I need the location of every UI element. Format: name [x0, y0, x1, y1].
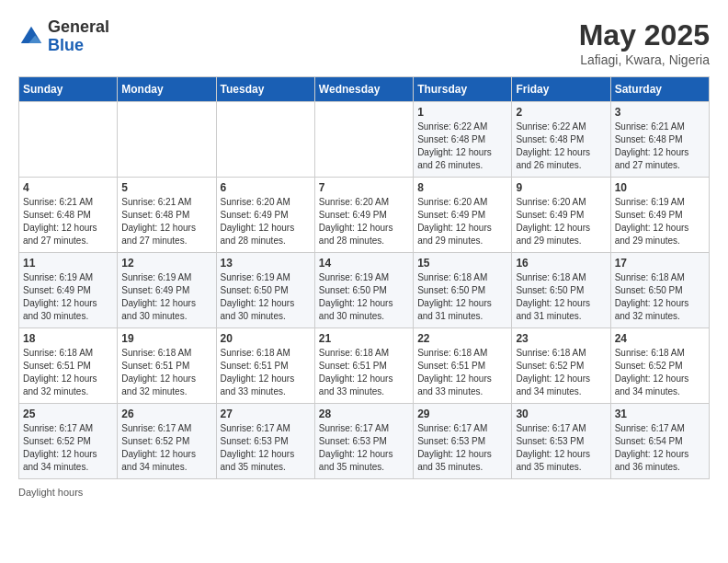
day-info: Sunrise: 6:21 AM Sunset: 6:48 PM Dayligh… [615, 121, 705, 172]
day-number: 3 [615, 106, 705, 119]
calendar-cell: 31Sunrise: 6:17 AM Sunset: 6:54 PM Dayli… [610, 404, 709, 479]
calendar-cell: 10Sunrise: 6:19 AM Sunset: 6:49 PM Dayli… [610, 178, 709, 253]
calendar-cell: 28Sunrise: 6:17 AM Sunset: 6:53 PM Dayli… [314, 404, 413, 479]
calendar-cell: 16Sunrise: 6:18 AM Sunset: 6:50 PM Dayli… [512, 253, 610, 328]
day-info: Sunrise: 6:18 AM Sunset: 6:51 PM Dayligh… [319, 347, 409, 398]
column-header-thursday: Thursday [414, 77, 512, 102]
day-info: Sunrise: 6:19 AM Sunset: 6:50 PM Dayligh… [221, 271, 311, 323]
day-info: Sunrise: 6:18 AM Sunset: 6:50 PM Dayligh… [417, 271, 507, 323]
column-header-sunday: Sunday [19, 77, 118, 102]
day-info: Sunrise: 6:18 AM Sunset: 6:51 PM Dayligh… [221, 347, 311, 398]
day-number: 6 [221, 181, 311, 194]
day-info: Sunrise: 6:18 AM Sunset: 6:50 PM Dayligh… [615, 271, 705, 323]
day-info: Sunrise: 6:20 AM Sunset: 6:49 PM Dayligh… [516, 196, 606, 247]
day-number: 16 [516, 257, 606, 270]
calendar-cell: 14Sunrise: 6:19 AM Sunset: 6:50 PM Dayli… [314, 253, 413, 328]
day-number: 10 [615, 181, 705, 194]
day-number: 20 [221, 332, 311, 345]
day-info: Sunrise: 6:21 AM Sunset: 6:48 PM Dayligh… [23, 196, 113, 247]
day-info: Sunrise: 6:18 AM Sunset: 6:50 PM Dayligh… [516, 271, 606, 323]
day-info: Sunrise: 6:17 AM Sunset: 6:54 PM Dayligh… [615, 422, 705, 474]
calendar-cell: 3Sunrise: 6:21 AM Sunset: 6:48 PM Daylig… [610, 102, 709, 178]
daylight-label: Daylight hours [18, 487, 83, 498]
logo-text: General Blue [48, 18, 109, 55]
day-info: Sunrise: 6:19 AM Sunset: 6:49 PM Dayligh… [23, 271, 113, 323]
day-number: 2 [516, 106, 606, 119]
day-number: 24 [615, 332, 705, 345]
logo-blue: Blue [48, 37, 109, 55]
day-info: Sunrise: 6:17 AM Sunset: 6:53 PM Dayligh… [221, 422, 311, 474]
day-number: 8 [417, 181, 507, 194]
column-header-friday: Friday [512, 77, 610, 102]
day-info: Sunrise: 6:20 AM Sunset: 6:49 PM Dayligh… [417, 196, 507, 247]
day-number: 7 [319, 181, 409, 194]
column-header-saturday: Saturday [610, 77, 709, 102]
title-block: May 2025 Lafiagi, Kwara, Nigeria [579, 18, 710, 67]
calendar-cell: 24Sunrise: 6:18 AM Sunset: 6:52 PM Dayli… [610, 328, 709, 404]
calendar-cell [19, 102, 118, 178]
calendar-cell: 29Sunrise: 6:17 AM Sunset: 6:53 PM Dayli… [414, 404, 512, 479]
day-info: Sunrise: 6:17 AM Sunset: 6:52 PM Dayligh… [121, 422, 211, 474]
column-header-tuesday: Tuesday [216, 77, 314, 102]
calendar-cell: 25Sunrise: 6:17 AM Sunset: 6:52 PM Dayli… [19, 404, 118, 479]
day-number: 27 [221, 408, 311, 420]
day-info: Sunrise: 6:17 AM Sunset: 6:53 PM Dayligh… [516, 422, 606, 474]
calendar-cell [216, 102, 314, 178]
calendar-cell: 22Sunrise: 6:18 AM Sunset: 6:51 PM Dayli… [414, 328, 512, 404]
day-number: 29 [417, 408, 507, 420]
day-number: 11 [23, 257, 113, 270]
calendar-cell: 21Sunrise: 6:18 AM Sunset: 6:51 PM Dayli… [314, 328, 413, 404]
column-header-monday: Monday [118, 77, 216, 102]
calendar-cell: 1Sunrise: 6:22 AM Sunset: 6:48 PM Daylig… [414, 102, 512, 178]
calendar-table: SundayMondayTuesdayWednesdayThursdayFrid… [18, 76, 710, 479]
footer: Daylight hours [18, 487, 710, 498]
day-number: 26 [121, 408, 211, 420]
day-number: 13 [221, 257, 311, 270]
day-info: Sunrise: 6:19 AM Sunset: 6:49 PM Dayligh… [615, 196, 705, 247]
day-info: Sunrise: 6:18 AM Sunset: 6:52 PM Dayligh… [615, 347, 705, 398]
day-number: 19 [121, 332, 211, 345]
logo: General Blue [18, 18, 109, 55]
day-number: 9 [516, 181, 606, 194]
day-info: Sunrise: 6:18 AM Sunset: 6:51 PM Dayligh… [417, 347, 507, 398]
calendar-cell: 12Sunrise: 6:19 AM Sunset: 6:49 PM Dayli… [118, 253, 216, 328]
calendar-week-row: 1Sunrise: 6:22 AM Sunset: 6:48 PM Daylig… [19, 102, 710, 178]
calendar-week-row: 25Sunrise: 6:17 AM Sunset: 6:52 PM Dayli… [19, 404, 710, 479]
logo-icon [18, 24, 44, 50]
day-info: Sunrise: 6:22 AM Sunset: 6:48 PM Dayligh… [417, 121, 507, 172]
day-info: Sunrise: 6:17 AM Sunset: 6:52 PM Dayligh… [23, 422, 113, 474]
day-info: Sunrise: 6:18 AM Sunset: 6:51 PM Dayligh… [23, 347, 113, 398]
day-number: 1 [417, 106, 507, 119]
day-number: 15 [417, 257, 507, 270]
calendar-cell: 17Sunrise: 6:18 AM Sunset: 6:50 PM Dayli… [610, 253, 709, 328]
calendar-cell: 27Sunrise: 6:17 AM Sunset: 6:53 PM Dayli… [216, 404, 314, 479]
day-number: 4 [23, 181, 113, 194]
calendar-header-row: SundayMondayTuesdayWednesdayThursdayFrid… [19, 77, 710, 102]
day-info: Sunrise: 6:17 AM Sunset: 6:53 PM Dayligh… [319, 422, 409, 474]
calendar-cell: 7Sunrise: 6:20 AM Sunset: 6:49 PM Daylig… [314, 178, 413, 253]
day-number: 28 [319, 408, 409, 420]
calendar-body: 1Sunrise: 6:22 AM Sunset: 6:48 PM Daylig… [19, 102, 710, 479]
day-info: Sunrise: 6:22 AM Sunset: 6:48 PM Dayligh… [516, 121, 606, 172]
month-title: May 2025 [579, 18, 710, 52]
calendar-week-row: 4Sunrise: 6:21 AM Sunset: 6:48 PM Daylig… [19, 178, 710, 253]
day-number: 25 [23, 408, 113, 420]
calendar-cell: 15Sunrise: 6:18 AM Sunset: 6:50 PM Dayli… [414, 253, 512, 328]
calendar-cell: 2Sunrise: 6:22 AM Sunset: 6:48 PM Daylig… [512, 102, 610, 178]
day-info: Sunrise: 6:21 AM Sunset: 6:48 PM Dayligh… [121, 196, 211, 247]
calendar-cell: 23Sunrise: 6:18 AM Sunset: 6:52 PM Dayli… [512, 328, 610, 404]
day-number: 5 [121, 181, 211, 194]
calendar-cell: 30Sunrise: 6:17 AM Sunset: 6:53 PM Dayli… [512, 404, 610, 479]
day-info: Sunrise: 6:20 AM Sunset: 6:49 PM Dayligh… [221, 196, 311, 247]
calendar-week-row: 18Sunrise: 6:18 AM Sunset: 6:51 PM Dayli… [19, 328, 710, 404]
day-number: 12 [121, 257, 211, 270]
day-info: Sunrise: 6:18 AM Sunset: 6:51 PM Dayligh… [121, 347, 211, 398]
calendar-cell: 11Sunrise: 6:19 AM Sunset: 6:49 PM Dayli… [19, 253, 118, 328]
day-number: 14 [319, 257, 409, 270]
calendar-cell [118, 102, 216, 178]
logo-general: General [48, 18, 109, 37]
day-info: Sunrise: 6:18 AM Sunset: 6:52 PM Dayligh… [516, 347, 606, 398]
page-header: General Blue May 2025 Lafiagi, Kwara, Ni… [18, 18, 710, 67]
calendar-cell: 5Sunrise: 6:21 AM Sunset: 6:48 PM Daylig… [118, 178, 216, 253]
calendar-cell: 26Sunrise: 6:17 AM Sunset: 6:52 PM Dayli… [118, 404, 216, 479]
